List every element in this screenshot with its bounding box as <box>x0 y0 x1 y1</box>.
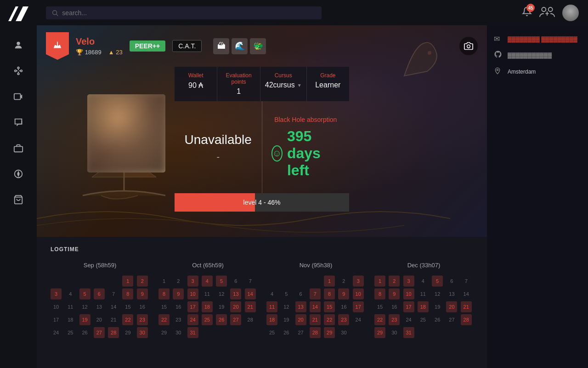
calendar-day[interactable]: 10 <box>187 288 198 299</box>
calendar-day[interactable]: 23 <box>173 314 184 325</box>
calendar-day[interactable]: 25 <box>266 327 277 338</box>
calendar-day[interactable]: 25 <box>202 314 213 325</box>
calendar-day[interactable]: 29 <box>324 327 335 338</box>
calendar-day[interactable]: 8 <box>324 288 335 299</box>
calendar-day[interactable]: 24 <box>353 314 364 325</box>
calendar-day[interactable]: 22 <box>122 314 133 325</box>
calendar-day[interactable]: 17 <box>353 301 364 312</box>
calendar-day[interactable]: 11 <box>418 288 429 299</box>
calendar-day[interactable]: 6 <box>446 276 457 287</box>
calendar-day[interactable]: 7 <box>310 288 321 299</box>
calendar-day[interactable]: 31 <box>187 327 198 338</box>
calendar-day[interactable]: 21 <box>108 314 119 325</box>
calendar-day[interactable]: 19 <box>281 314 292 325</box>
calendar-day[interactable]: 9 <box>137 288 148 299</box>
calendar-day[interactable]: 14 <box>245 288 256 299</box>
calendar-day[interactable]: 17 <box>187 301 198 312</box>
calendar-day[interactable]: 20 <box>295 314 306 325</box>
sidebar-item-user[interactable] <box>9 36 28 54</box>
calendar-day[interactable]: 3 <box>403 276 414 287</box>
calendar-day[interactable]: 14 <box>108 301 119 312</box>
notifications-button[interactable]: 45 <box>522 6 532 19</box>
calendar-day[interactable]: 26 <box>79 327 90 338</box>
calendar-day[interactable]: 9 <box>338 288 349 299</box>
calendar-day[interactable]: 11 <box>266 301 277 312</box>
calendar-day[interactable]: 5 <box>216 276 227 287</box>
calendar-day[interactable]: 30 <box>389 327 400 338</box>
calendar-day[interactable]: 12 <box>281 301 292 312</box>
calendar-day[interactable]: 15 <box>158 301 170 312</box>
calendar-day[interactable]: 4 <box>65 288 76 299</box>
calendar-day[interactable]: 8 <box>122 288 133 299</box>
calendar-day[interactable]: 26 <box>281 327 292 338</box>
calendar-day[interactable]: 11 <box>202 288 213 299</box>
calendar-day[interactable]: 30 <box>338 327 349 338</box>
calendar-day[interactable]: 14 <box>310 301 321 312</box>
user-avatar[interactable] <box>562 5 579 21</box>
calendar-day[interactable]: 16 <box>173 301 184 312</box>
calendar-day[interactable]: 25 <box>65 327 76 338</box>
search-input[interactable] <box>62 9 316 17</box>
calendar-day[interactable]: 15 <box>374 301 385 312</box>
calendar-day[interactable]: 18 <box>418 301 429 312</box>
calendar-day[interactable]: 3 <box>187 276 198 287</box>
calendar-day[interactable]: 7 <box>461 276 472 287</box>
calendar-day[interactable]: 28 <box>245 314 256 325</box>
camera-button[interactable] <box>459 37 478 55</box>
calendar-day[interactable]: 29 <box>122 327 133 338</box>
calendar-day[interactable]: 1 <box>122 276 133 287</box>
calendar-day[interactable]: 2 <box>338 276 349 287</box>
sidebar-item-cart[interactable] <box>9 190 28 209</box>
calendar-day[interactable]: 5 <box>79 288 90 299</box>
calendar-day[interactable]: 23 <box>389 314 400 325</box>
calendar-day[interactable]: 26 <box>432 314 443 325</box>
calendar-day[interactable]: 13 <box>230 288 241 299</box>
calendar-day[interactable]: 28 <box>461 314 472 325</box>
calendar-day[interactable]: 12 <box>216 288 227 299</box>
calendar-day[interactable]: 21 <box>245 301 256 312</box>
search-box[interactable] <box>46 6 322 19</box>
calendar-day[interactable]: 27 <box>295 327 306 338</box>
calendar-day[interactable]: 22 <box>158 314 170 325</box>
logo[interactable] <box>7 5 30 23</box>
calendar-day[interactable]: 16 <box>338 301 349 312</box>
calendar-day[interactable]: 31 <box>403 327 414 338</box>
calendar-day[interactable]: 10 <box>51 301 62 312</box>
calendar-day[interactable]: 21 <box>461 301 472 312</box>
calendar-day[interactable]: 30 <box>137 327 148 338</box>
calendar-day[interactable]: 28 <box>310 327 321 338</box>
calendar-day[interactable]: 22 <box>374 314 385 325</box>
calendar-day[interactable]: 13 <box>94 301 105 312</box>
calendar-day[interactable]: 18 <box>266 314 277 325</box>
calendar-day[interactable]: 5 <box>432 276 443 287</box>
calendar-day[interactable]: 24 <box>51 327 62 338</box>
sidebar-item-graph[interactable] <box>9 62 28 80</box>
sidebar-item-briefcase[interactable] <box>9 139 28 157</box>
calendar-day[interactable]: 5 <box>281 288 292 299</box>
calendar-day[interactable]: 7 <box>245 276 256 287</box>
calendar-day[interactable]: 11 <box>65 301 76 312</box>
calendar-day[interactable]: 10 <box>403 288 414 299</box>
calendar-day[interactable]: 2 <box>137 276 148 287</box>
calendar-day[interactable]: 20 <box>446 301 457 312</box>
calendar-day[interactable]: 18 <box>65 314 76 325</box>
calendar-day[interactable]: 19 <box>216 301 227 312</box>
calendar-day[interactable]: 13 <box>446 288 457 299</box>
calendar-day[interactable]: 17 <box>403 301 414 312</box>
cursus-dropdown[interactable]: ▼ <box>297 83 302 88</box>
calendar-day[interactable]: 27 <box>94 327 105 338</box>
calendar-day[interactable]: 14 <box>461 288 472 299</box>
calendar-day[interactable]: 30 <box>173 327 184 338</box>
calendar-day[interactable]: 25 <box>418 314 429 325</box>
friends-icon[interactable] <box>539 5 555 20</box>
calendar-day[interactable]: 1 <box>324 276 335 287</box>
calendar-day[interactable]: 6 <box>94 288 105 299</box>
calendar-day[interactable]: 18 <box>202 301 213 312</box>
calendar-day[interactable]: 24 <box>403 314 414 325</box>
calendar-day[interactable]: 7 <box>108 288 119 299</box>
calendar-day[interactable]: 20 <box>94 314 105 325</box>
calendar-day[interactable]: 23 <box>338 314 349 325</box>
calendar-day[interactable]: 19 <box>79 314 90 325</box>
calendar-day[interactable]: 27 <box>446 314 457 325</box>
calendar-day[interactable]: 28 <box>108 327 119 338</box>
